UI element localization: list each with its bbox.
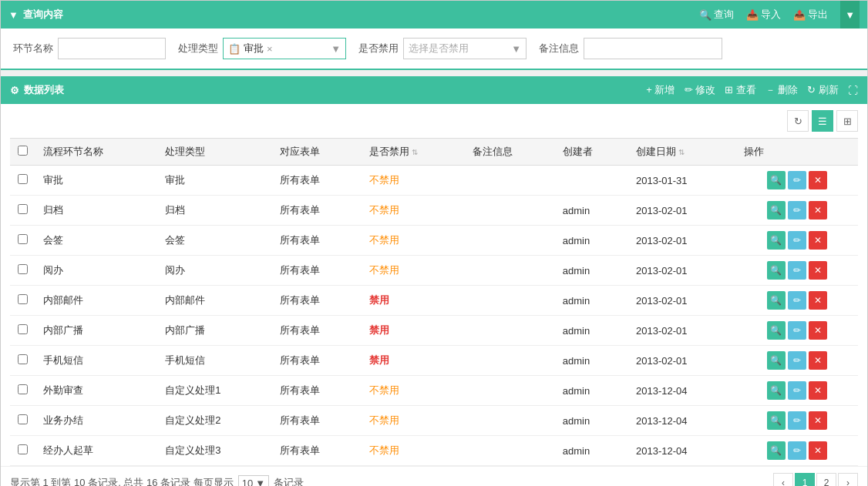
row-checkbox[interactable] bbox=[18, 174, 28, 184]
data-list-title: 数据列表 bbox=[24, 83, 64, 97]
row-view-btn[interactable]: 🔍 bbox=[767, 441, 786, 460]
search-action-btn[interactable]: 🔍 查询 bbox=[699, 8, 734, 22]
row-process-type: 手机短信 bbox=[157, 346, 272, 376]
row-edit-btn[interactable]: ✏ bbox=[788, 261, 806, 280]
data-header-title: ⚙ 数据列表 bbox=[10, 83, 64, 97]
row-creator: admin bbox=[555, 286, 628, 316]
row-checkbox[interactable] bbox=[18, 354, 28, 364]
row-edit-btn[interactable]: ✏ bbox=[788, 381, 806, 400]
data-table: 流程环节名称 处理类型 对应表单 是否禁用⇅ 备注信息 bbox=[10, 138, 858, 466]
row-actions: 🔍 ✏ ✕ bbox=[744, 171, 850, 189]
row-process-name: 审批 bbox=[35, 166, 157, 196]
import-action-btn[interactable]: 📥 导入 bbox=[746, 8, 781, 22]
pagination-unit: 条记录 bbox=[274, 476, 304, 486]
row-delete-btn[interactable]: ✕ bbox=[809, 411, 827, 430]
row-delete-btn[interactable]: ✕ bbox=[809, 261, 827, 280]
row-edit-btn[interactable]: ✏ bbox=[788, 201, 806, 220]
edit-button[interactable]: ✏ 修改 bbox=[685, 83, 716, 97]
next-page-btn[interactable]: › bbox=[838, 473, 858, 486]
row-creator: admin bbox=[555, 196, 628, 226]
row-disabled: 禁用 bbox=[362, 316, 465, 346]
row-edit-btn[interactable]: ✏ bbox=[788, 291, 806, 310]
row-remark bbox=[465, 226, 554, 256]
row-delete-btn[interactable]: ✕ bbox=[809, 201, 827, 220]
row-checkbox-col bbox=[10, 316, 35, 346]
row-delete-btn[interactable]: ✕ bbox=[809, 441, 827, 460]
is-disabled-arrow[interactable]: ▼ bbox=[511, 43, 521, 55]
row-edit-btn[interactable]: ✏ bbox=[788, 351, 806, 370]
process-type-select[interactable]: 📋 审批 × ▼ bbox=[223, 38, 346, 59]
expand-button[interactable]: ⛶ bbox=[848, 85, 858, 96]
row-checkbox[interactable] bbox=[18, 204, 28, 214]
row-date: 2013-02-01 bbox=[628, 346, 736, 376]
row-edit-btn[interactable]: ✏ bbox=[788, 321, 806, 340]
row-creator: admin bbox=[555, 346, 628, 376]
row-process-type: 会签 bbox=[157, 226, 272, 256]
grid-view-btn[interactable]: ⊞ bbox=[836, 110, 858, 132]
row-creator: admin bbox=[555, 256, 628, 286]
row-delete-btn[interactable]: ✕ bbox=[809, 321, 827, 340]
row-checkbox-col bbox=[10, 376, 35, 406]
row-checkbox[interactable] bbox=[18, 234, 28, 244]
prev-page-btn[interactable]: ‹ bbox=[773, 473, 793, 486]
row-checkbox[interactable] bbox=[18, 264, 28, 274]
row-disabled: 不禁用 bbox=[362, 436, 465, 466]
is-disabled-select[interactable]: 选择是否禁用 ▼ bbox=[403, 38, 527, 59]
row-edit-btn[interactable]: ✏ bbox=[788, 411, 806, 430]
header-title: ▼ 查询内容 bbox=[8, 8, 63, 22]
page-2-btn[interactable]: 2 bbox=[816, 473, 836, 486]
header-bar: ▼ 查询内容 🔍 查询 📥 导入 📤 导出 ▼ bbox=[1, 1, 867, 28]
row-view-btn[interactable]: 🔍 bbox=[767, 231, 786, 250]
delete-button[interactable]: － 删除 bbox=[765, 83, 799, 97]
row-view-btn[interactable]: 🔍 bbox=[767, 411, 786, 430]
data-section: ⚙ 数据列表 + 新增 ✏ 修改 ⊞ 查看 － 删除 ↻ 刷新 ⛶ ↻ ☰ ⊞ bbox=[1, 76, 867, 486]
row-edit-btn[interactable]: ✏ bbox=[788, 171, 806, 189]
row-view-btn[interactable]: 🔍 bbox=[767, 291, 786, 310]
refresh-view-btn[interactable]: ↻ bbox=[787, 110, 809, 132]
row-view-btn[interactable]: 🔍 bbox=[767, 381, 786, 400]
row-actions: 🔍 ✏ ✕ bbox=[744, 261, 850, 280]
table-row: 归档 归档 所有表单 不禁用 admin 2013-02-01 🔍 ✏ ✕ bbox=[10, 196, 858, 226]
refresh-button[interactable]: ↻ 刷新 bbox=[807, 83, 839, 97]
row-disabled: 不禁用 bbox=[362, 406, 465, 436]
row-delete-btn[interactable]: ✕ bbox=[809, 231, 827, 250]
table-wrapper: 流程环节名称 处理类型 对应表单 是否禁用⇅ 备注信息 bbox=[1, 138, 867, 466]
row-checkbox[interactable] bbox=[18, 384, 28, 394]
node-name-input[interactable] bbox=[58, 38, 166, 59]
row-form: 所有表单 bbox=[272, 196, 362, 226]
row-date: 2013-02-01 bbox=[628, 316, 736, 346]
row-view-btn[interactable]: 🔍 bbox=[767, 261, 786, 280]
row-delete-btn[interactable]: ✕ bbox=[809, 381, 827, 400]
remark-input[interactable] bbox=[584, 38, 722, 59]
row-process-name: 内部邮件 bbox=[35, 286, 157, 316]
list-view-btn[interactable]: ☰ bbox=[812, 110, 833, 132]
row-process-type: 内部广播 bbox=[157, 316, 272, 346]
row-checkbox[interactable] bbox=[18, 414, 28, 424]
row-view-btn[interactable]: 🔍 bbox=[767, 171, 786, 189]
row-edit-btn[interactable]: ✏ bbox=[788, 441, 806, 460]
header-dropdown-arrow[interactable]: ▼ bbox=[840, 1, 860, 28]
row-delete-btn[interactable]: ✕ bbox=[809, 291, 827, 310]
row-delete-btn[interactable]: ✕ bbox=[809, 351, 827, 370]
table-toolbar: ↻ ☰ ⊞ bbox=[1, 104, 867, 138]
row-view-btn[interactable]: 🔍 bbox=[767, 201, 786, 220]
row-process-type: 阅办 bbox=[157, 256, 272, 286]
view-button[interactable]: ⊞ 查看 bbox=[725, 83, 756, 97]
export-action-btn[interactable]: 📤 导出 bbox=[793, 8, 828, 22]
row-checkbox[interactable] bbox=[18, 324, 28, 334]
node-name-label: 环节名称 bbox=[13, 42, 53, 55]
row-delete-btn[interactable]: ✕ bbox=[809, 171, 827, 189]
add-button[interactable]: + 新增 bbox=[646, 83, 675, 97]
row-checkbox[interactable] bbox=[18, 444, 28, 454]
select-all-checkbox[interactable] bbox=[18, 146, 28, 156]
row-edit-btn[interactable]: ✏ bbox=[788, 231, 806, 250]
process-type-arrow[interactable]: ▼ bbox=[331, 43, 341, 55]
page-size-select[interactable]: 10 ▼ bbox=[238, 475, 269, 487]
row-form: 所有表单 bbox=[272, 406, 362, 436]
page-1-btn[interactable]: 1 bbox=[795, 473, 815, 486]
process-type-remove[interactable]: × bbox=[267, 43, 273, 55]
row-checkbox[interactable] bbox=[18, 294, 28, 304]
row-view-btn[interactable]: 🔍 bbox=[767, 321, 786, 340]
row-disabled: 不禁用 bbox=[362, 196, 465, 226]
row-view-btn[interactable]: 🔍 bbox=[767, 351, 786, 370]
